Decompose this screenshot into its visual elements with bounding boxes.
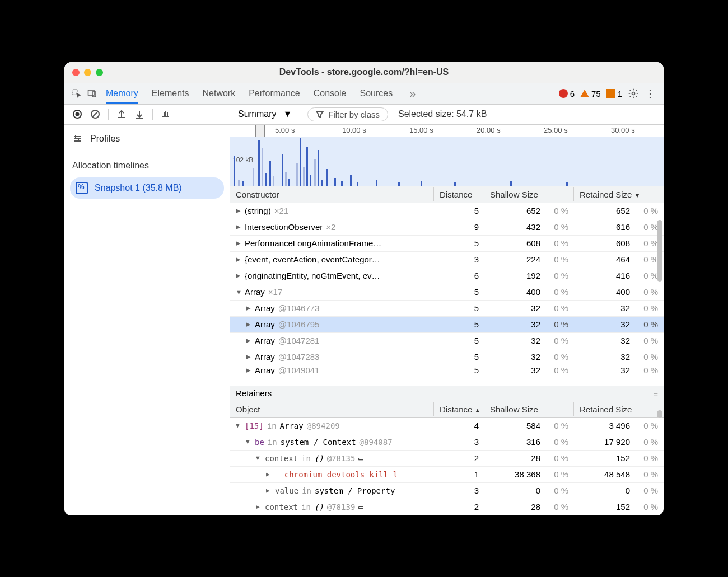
minimize-icon[interactable] [84,69,91,76]
time-tick: 25.00 s [544,126,568,134]
traffic-lights [64,69,103,76]
time-tick: 15.00 s [409,126,433,134]
issue-icon [606,89,615,98]
errors-count[interactable]: 6 [559,89,575,98]
clear-icon[interactable] [87,106,104,123]
selection-marker[interactable] [255,125,265,137]
time-tick: 5.00 s [275,126,295,134]
tab-network[interactable]: Network [202,83,235,104]
close-icon[interactable] [72,69,80,76]
sliders-icon [72,134,82,144]
separator [152,109,153,120]
collect-garbage-icon[interactable] [157,106,174,123]
table-row[interactable]: ▶ value in system / Property300 %00 % [230,483,664,499]
devtools-window: DevTools - store.google.com/?hl=en-US Me… [64,62,664,515]
table-row[interactable]: ▶ Array @10467955320 %320 % [230,317,664,333]
body: Profiles Allocation timelines Snapshot 1… [64,125,664,515]
separator [108,109,109,120]
table-row[interactable]: ▼ [15] in Array @89420945840 %3 4960 % [230,418,664,434]
col-object[interactable]: Object [230,402,434,416]
allocation-timeline[interactable]: 5.00 s10.00 s15.00 s20.00 s25.00 s30.00 … [230,125,664,186]
memory-toolbar: Summary ▼ Filter by class Selected size:… [64,105,664,125]
constructor-table: Constructor Distance Shallow Size Retain… [230,186,664,515]
sort-asc-icon: ▲ [474,407,480,414]
col-retained[interactable]: Retained Size▼ [574,187,664,201]
filter-input[interactable]: Filter by class [307,107,388,121]
warnings-count[interactable]: 75 [580,89,601,98]
time-tick: 20.00 s [477,126,501,134]
record-icon[interactable] [69,106,86,123]
tab-memory[interactable]: Memory [106,83,138,104]
table-row[interactable]: ▶ (string) ×2156520 %6520 % [230,203,664,219]
table-row[interactable]: ▶ Array @10490415320 %320 % [230,365,664,374]
timeline-bars [230,137,664,186]
retainers-table-header: Object Distance▲ Shallow Size Retained S… [230,401,664,418]
profiles-header[interactable]: Profiles [64,129,230,148]
inspect-element-icon[interactable] [69,86,85,101]
status-bar: 6 75 1 ⋮ [559,87,659,100]
svg-line-7 [92,111,98,117]
tab-elements[interactable]: Elements [152,83,189,104]
table-row[interactable]: ▶ {event, eventAction, eventCategor…3224… [230,252,664,268]
issues-count[interactable]: 1 [606,89,622,98]
table-row[interactable]: ▶ Array @10472815320 %320 % [230,333,664,349]
table-row[interactable]: ▶ PerformanceLongAnimationFrame…56080 %6… [230,236,664,252]
table-row[interactable]: ▼ context in () @78135 ▭2280 %1520 % [230,451,664,467]
view-dropdown[interactable]: Summary ▼ [230,109,300,119]
col-distance[interactable]: Distance▲ [434,402,484,416]
time-ruler: 5.00 s10.00 s15.00 s20.00 s25.00 s30.00 … [230,125,664,137]
col-shallow[interactable]: Shallow Size [484,187,574,201]
memory-toolbar-left [64,105,230,124]
filter-icon [316,110,324,118]
chevron-down-icon: ▼ [283,109,292,119]
retainer-rows: ▼ [15] in Array @89420945840 %3 4960 %▼ … [230,418,664,515]
tab-console[interactable]: Console [314,83,347,104]
time-tick: 10.00 s [342,126,366,134]
device-toolbar-icon[interactable] [85,86,100,101]
table-row[interactable]: ▶ Array @10467735320 %320 % [230,301,664,317]
sidebar: Profiles Allocation timelines Snapshot 1… [64,125,230,515]
scroll-thumb[interactable] [657,410,662,418]
table-row[interactable]: ▶ {originatingEntity, noGtmEvent, ev…619… [230,268,664,284]
time-tick: 30.00 s [611,126,635,134]
svg-rect-1 [88,90,95,95]
col-constructor[interactable]: Constructor [230,187,434,201]
more-tabs-icon[interactable]: » [406,83,419,104]
svg-point-5 [76,112,80,116]
snapshot-file-icon [76,182,88,194]
snapshot-item[interactable]: Snapshot 1 (35.8 MB) [70,177,224,199]
retainers-header[interactable]: Retainers ≡ [230,386,664,401]
warning-icon [580,90,589,97]
svg-point-3 [632,92,635,95]
selected-size-label: Selected size: 54.7 kB [398,109,487,119]
tab-sources[interactable]: Sources [360,83,393,104]
content: 5.00 s10.00 s15.00 s20.00 s25.00 s30.00 … [230,125,664,515]
zoom-icon[interactable] [96,69,103,76]
col-retained[interactable]: Retained Size [574,402,664,416]
table-row[interactable]: ▶ Array @10472835320 %320 % [230,349,664,365]
col-shallow[interactable]: Shallow Size [484,402,574,416]
table-header: Constructor Distance Shallow Size Retain… [230,186,664,203]
panel-tabs: Memory Elements Network Performance Cons… [106,83,559,104]
upload-icon[interactable] [113,106,130,123]
col-distance[interactable]: Distance [434,187,484,201]
constructor-rows: ▶ (string) ×2156520 %6520 %▶ Intersectio… [230,203,664,386]
window-title: DevTools - store.google.com/?hl=en-US [64,67,664,77]
allocation-timelines-label: Allocation timelines [64,148,230,175]
table-row[interactable]: ▶ __chromium_devtools_kill_l138 3680 %48… [230,467,664,483]
settings-icon[interactable] [628,88,639,99]
titlebar: DevTools - store.google.com/?hl=en-US [64,62,664,83]
table-row[interactable]: ▶ IntersectionObserver ×294320 %6160 % [230,219,664,236]
scroll-thumb[interactable] [657,220,662,282]
sort-desc-icon: ▼ [634,192,640,199]
error-icon [559,89,568,98]
main-toolbar: Memory Elements Network Performance Cons… [64,83,664,105]
download-icon[interactable] [131,106,148,123]
table-row[interactable]: ▼ be in system / Context @89408733160 %1… [230,434,664,451]
table-row[interactable]: ▶ context in () @78139 ▭2280 %1520 % [230,499,664,515]
scrollbar[interactable] [656,203,664,515]
more-options-icon[interactable]: ⋮ [645,87,656,100]
table-row[interactable]: ▼ Array ×1754000 %4000 % [230,284,664,301]
tab-performance[interactable]: Performance [249,83,300,104]
